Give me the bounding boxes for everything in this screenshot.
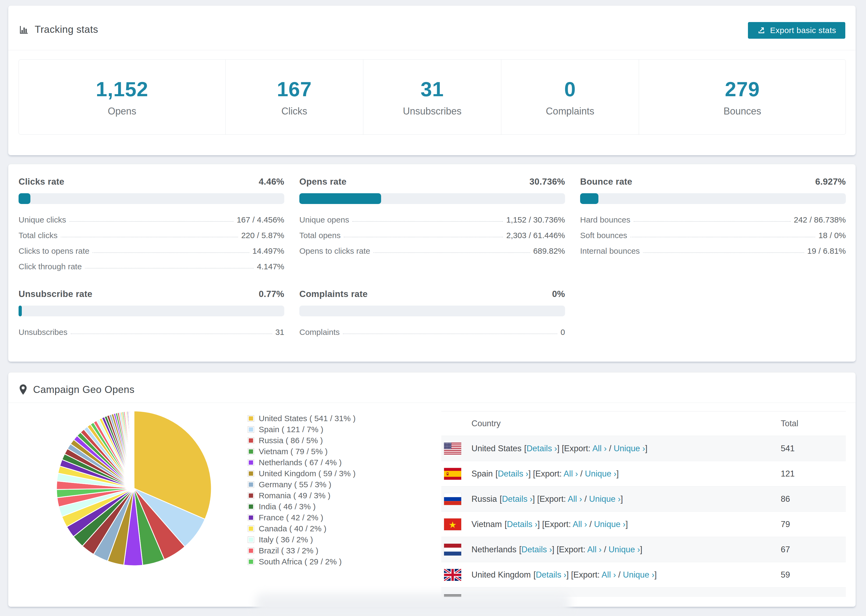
country-cell-text: Russia[Details ›] [Export: All › / Uniqu… xyxy=(471,494,623,504)
legend-label: Canada ( 40 / 2% ) xyxy=(259,524,326,533)
es-flag-icon xyxy=(444,468,461,480)
export-label: ] [Export: xyxy=(532,494,568,504)
slash-separator: / xyxy=(587,520,594,529)
country-name: Spain xyxy=(471,469,493,478)
stat-value-opens: 1,152 xyxy=(96,77,148,101)
slash-separator: / xyxy=(607,444,614,453)
rate-value: 0.77% xyxy=(259,289,284,299)
export-all-link[interactable]: All › xyxy=(573,520,587,529)
opens-rate-progress-bar xyxy=(299,193,565,204)
export-unique-link[interactable]: Unique › xyxy=(609,545,640,554)
total-cell: 59 xyxy=(781,570,846,580)
legend-item-brazil[interactable]: Brazil ( 33 / 2% ) xyxy=(248,545,356,556)
detail-row-soft-bounces: Soft bounces18 / 0% xyxy=(580,225,846,240)
progress-fill xyxy=(580,193,598,204)
detail-value: 242 / 86.738% xyxy=(794,215,846,225)
stat-value-complaints: 0 xyxy=(564,77,576,101)
legend-item-germany[interactable]: Germany ( 55 / 3% ) xyxy=(248,479,356,490)
legend-item-canada[interactable]: Canada ( 40 / 2% ) xyxy=(248,523,356,534)
legend-item-france[interactable]: France ( 42 / 2% ) xyxy=(248,512,356,523)
export-basic-stats-button[interactable]: Export basic stats xyxy=(748,22,845,39)
export-all-link[interactable]: All › xyxy=(568,494,582,504)
legend-label: Russia ( 86 / 5% ) xyxy=(259,436,323,445)
legend-swatch-icon xyxy=(248,503,254,510)
legend-item-india[interactable]: India ( 46 / 3% ) xyxy=(248,501,356,512)
detail-row-complaints: Complaints0 xyxy=(299,322,565,337)
export-all-link[interactable]: All › xyxy=(587,545,601,554)
bracket-open: [ xyxy=(505,520,507,529)
pie-slice-other xyxy=(134,411,134,488)
details-link[interactable]: Details › xyxy=(536,570,567,580)
export-unique-link[interactable]: Unique › xyxy=(594,520,625,529)
detail-label: Click through rate xyxy=(19,262,82,272)
legend-item-united-kingdom[interactable]: United Kingdom ( 59 / 3% ) xyxy=(248,468,356,479)
rate-block-opens-rate: Opens rate30.736%Unique opens1,152 / 30.… xyxy=(299,177,565,272)
rate-title: Complaints rate xyxy=(299,289,368,299)
detail-row-hard-bounces: Hard bounces242 / 86.738% xyxy=(580,209,846,225)
detail-value: 1,152 / 30.736% xyxy=(506,215,565,225)
export-unique-link[interactable]: Unique › xyxy=(614,444,645,453)
table-row-united-states: United States[Details ›] [Export: All › … xyxy=(441,436,846,461)
map-pin-icon xyxy=(19,384,28,396)
legend-item-united-states[interactable]: United States ( 541 / 31% ) xyxy=(248,413,356,424)
slash-separator: / xyxy=(582,494,589,504)
rate-value: 6.927% xyxy=(815,177,846,187)
legend-item-vietnam[interactable]: Vietnam ( 79 / 5% ) xyxy=(248,446,356,457)
export-unique-link[interactable]: Unique › xyxy=(589,494,620,504)
details-link[interactable]: Details › xyxy=(527,444,557,453)
details-link[interactable]: Details › xyxy=(498,469,529,478)
stat-label-unsubscribes: Unsubscribes xyxy=(403,105,461,117)
tracking-stats-card: Tracking stats Export basic stats 1,152O… xyxy=(8,5,856,156)
legend-swatch-icon xyxy=(248,415,254,422)
rate-value: 4.46% xyxy=(259,177,284,187)
detail-row-click-through-rate: Click through rate4.147% xyxy=(19,256,284,272)
export-all-link[interactable]: All › xyxy=(592,444,606,453)
detail-value: 19 / 6.81% xyxy=(808,247,846,256)
export-label: ] [Export: xyxy=(552,545,587,554)
legend-swatch-icon xyxy=(248,536,254,543)
bar-chart-icon xyxy=(19,24,29,35)
legend-item-south-africa[interactable]: South Africa ( 29 / 2% ) xyxy=(248,556,356,567)
detail-row-clicks-to-opens-rate: Clicks to opens rate14.497% xyxy=(19,240,284,256)
gb-flag-icon xyxy=(444,569,461,581)
detail-row-total-clicks: Total clicks220 / 5.87% xyxy=(19,225,284,240)
legend-label: Romania ( 49 / 3% ) xyxy=(259,491,331,500)
detail-label: Unique opens xyxy=(299,215,349,225)
legend-item-russia[interactable]: Russia ( 86 / 5% ) xyxy=(248,435,356,446)
legend-item-netherlands[interactable]: Netherlands ( 67 / 4% ) xyxy=(248,457,356,468)
detail-value: 14.497% xyxy=(252,247,284,256)
details-link[interactable]: Details › xyxy=(502,494,532,504)
dotted-leader xyxy=(93,252,249,253)
stat-value-unsubscribes: 31 xyxy=(420,77,444,101)
export-all-link[interactable]: All › xyxy=(601,570,616,580)
legend-item-romania[interactable]: Romania ( 49 / 3% ) xyxy=(248,490,356,501)
slash-separator: / xyxy=(601,545,609,554)
stat-cell-clicks: 167Clicks xyxy=(225,60,363,134)
vn-flag-icon xyxy=(444,519,461,530)
detail-value: 0 xyxy=(561,328,565,337)
details-link[interactable]: Details › xyxy=(521,545,552,554)
detail-label: Internal bounces xyxy=(580,247,640,256)
detail-value: 2,303 / 61.446% xyxy=(506,231,565,240)
export-unique-link[interactable]: Unique › xyxy=(585,469,616,478)
legend-label: Brazil ( 33 / 2% ) xyxy=(259,546,318,555)
detail-row-unsubscribes: Unsubscribes31 xyxy=(19,322,284,337)
rate-title: Bounce rate xyxy=(580,177,632,187)
dotted-leader xyxy=(61,237,238,237)
country-cell-text: Vietnam[Details ›] [Export: All › / Uniq… xyxy=(471,520,628,529)
dotted-leader xyxy=(352,221,503,222)
legend-label: Netherlands ( 67 / 4% ) xyxy=(259,458,342,467)
rates-card: Clicks rate4.46%Unique clicks167 / 4.456… xyxy=(8,164,856,362)
stat-value-clicks: 167 xyxy=(277,77,312,101)
export-unique-link[interactable]: Unique › xyxy=(623,570,654,580)
export-all-link[interactable]: All › xyxy=(564,469,578,478)
legend-item-italy[interactable]: Italy ( 36 / 2% ) xyxy=(248,534,356,545)
stat-cell-bounces: 279Bounces xyxy=(639,60,846,134)
detail-label: Hard bounces xyxy=(580,215,630,225)
rate-title: Unsubscribe rate xyxy=(19,289,92,299)
country-name: United Kingdom xyxy=(471,570,531,580)
dotted-leader xyxy=(343,333,557,334)
legend-item-spain[interactable]: Spain ( 121 / 7% ) xyxy=(248,424,356,435)
unsubscribe-rate-progress-bar xyxy=(19,306,284,316)
details-link[interactable]: Details › xyxy=(507,520,538,529)
